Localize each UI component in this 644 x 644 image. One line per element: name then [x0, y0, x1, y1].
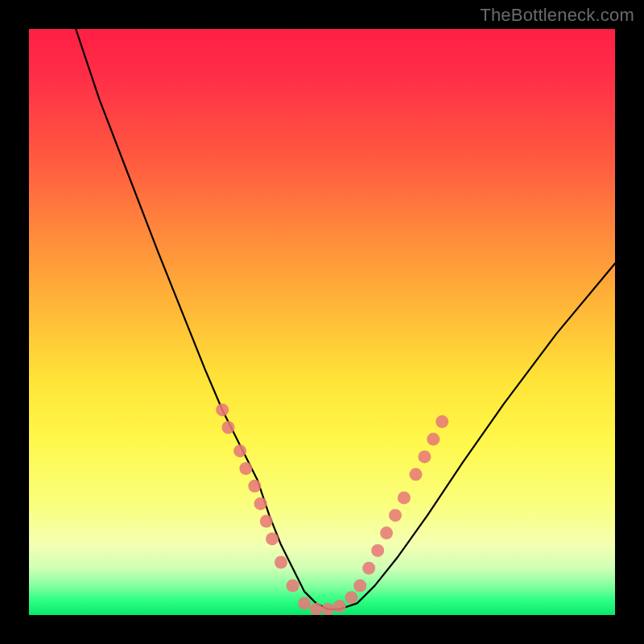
- highlight-dot: [321, 603, 334, 615]
- highlight-dot: [389, 509, 402, 522]
- plot-area: [29, 29, 615, 615]
- highlight-dot: [333, 600, 346, 613]
- highlight-dot: [410, 468, 423, 481]
- highlight-dot: [266, 532, 279, 545]
- highlight-dot: [254, 497, 267, 510]
- highlight-dot: [398, 491, 411, 504]
- highlight-dot: [436, 415, 448, 428]
- highlight-dot: [427, 433, 440, 446]
- highlight-dot: [345, 591, 357, 604]
- highlight-dot: [298, 597, 311, 609]
- highlight-dot: [275, 556, 287, 569]
- highlight-dot: [233, 444, 246, 457]
- highlight-dot: [371, 544, 384, 557]
- highlight-dot: [310, 603, 323, 615]
- watermark-text: TheBottleneck.com: [480, 5, 634, 26]
- chart-frame: TheBottleneck.com: [0, 0, 644, 644]
- curve-layer: [29, 29, 615, 615]
- highlight-dot: [248, 480, 261, 493]
- highlight-dot: [287, 580, 299, 592]
- highlight-dot: [222, 421, 235, 434]
- highlight-dot: [260, 515, 273, 528]
- highlight-dot: [216, 403, 229, 416]
- bottleneck-curve: [76, 29, 615, 609]
- highlight-dot: [362, 562, 375, 575]
- highlight-dot: [239, 462, 252, 475]
- highlight-dot: [380, 526, 393, 539]
- highlight-dot: [418, 450, 431, 463]
- highlight-dot: [353, 580, 366, 592]
